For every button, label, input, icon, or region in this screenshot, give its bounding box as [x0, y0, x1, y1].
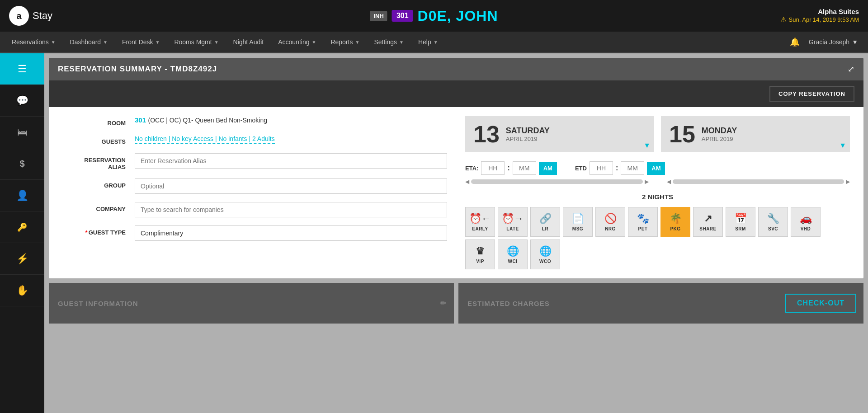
chevron-down-icon: ▼ [214, 40, 219, 45]
dollar-icon: $ [19, 159, 24, 169]
bell-icon[interactable]: 🔔 [786, 37, 803, 47]
icon-btn-lr[interactable]: 🔗LR [530, 207, 560, 237]
icon-btn-wco[interactable]: 🌐WCO [530, 239, 560, 269]
expand-icon[interactable]: ⤢ [848, 64, 854, 74]
etd-scroll-right[interactable]: ▶ [846, 178, 850, 185]
guests-row: GUESTS No children | No key Access | No … [62, 135, 447, 145]
sidebar-item-menu[interactable]: ☰ [0, 53, 44, 85]
icon-btn-msg[interactable]: 📄MSG [563, 207, 593, 237]
nav-settings[interactable]: Settings ▼ [367, 31, 411, 53]
eta-mm-input[interactable] [513, 161, 536, 175]
badge-inh: INH [370, 11, 387, 21]
badge-room[interactable]: 301 [392, 10, 413, 22]
group-input[interactable] [135, 178, 447, 194]
alias-input[interactable] [135, 153, 447, 169]
etd-colon: : [616, 164, 618, 172]
edit-icon[interactable]: ✏ [440, 299, 447, 308]
datetime-text: Sun, Apr 14, 2019 9:53 AM [789, 16, 859, 23]
nav-help[interactable]: Help ▼ [411, 31, 445, 53]
nav-accounting[interactable]: Accounting ▼ [271, 31, 323, 53]
nav-reports[interactable]: Reports ▼ [323, 31, 367, 53]
icon-btn-srm[interactable]: 📅SRM [726, 207, 755, 237]
checkin-date-arrow[interactable]: ▼ [643, 141, 651, 150]
bottom-section: GUEST INFORMATION ✏ ESTIMATED CHARGES CH… [49, 283, 863, 324]
checkin-month-year: APRIL 2019 [506, 136, 550, 142]
copy-reservation-button[interactable]: COPY RESERVATION [769, 86, 854, 102]
eta-scroll-left[interactable]: ◀ [465, 178, 469, 185]
checkout-button[interactable]: CHECK-OUT [785, 294, 856, 313]
nav-dashboard[interactable]: Dashboard ▼ [63, 31, 115, 53]
icon-symbol-pkg: 🌴 [670, 213, 682, 225]
alias-value [135, 153, 447, 169]
icon-symbol-vhd: 🚗 [800, 213, 812, 225]
room-number-link[interactable]: 301 [135, 116, 146, 124]
checkout-date-card: 15 MONDAY APRIL 2019 ▼ [661, 116, 850, 152]
icon-label-early: EARLY [472, 226, 488, 231]
guesttype-input[interactable] [135, 225, 447, 241]
eta-scroll-track[interactable] [471, 179, 643, 184]
icon-btn-pkg[interactable]: 🌴PKG [660, 207, 690, 237]
checkin-date-info: SATURDAY APRIL 2019 [506, 126, 550, 142]
company-input[interactable] [135, 202, 447, 217]
guesttype-row: GUEST TYPE [62, 225, 447, 241]
etd-ampm-button[interactable]: AM [647, 162, 665, 175]
hotel-datetime: ⚠ Sun, Apr 14, 2019 9:53 AM [780, 15, 859, 24]
chevron-down-icon: ▼ [434, 40, 438, 45]
menu-icon: ☰ [18, 63, 27, 75]
icon-symbol-pet: 🐾 [637, 213, 649, 225]
sidebar-item-rooms[interactable]: 🛏 [0, 117, 44, 148]
nav-frontdesk[interactable]: Front Desk ▼ [115, 31, 167, 53]
etd-mm-input[interactable] [621, 161, 644, 175]
icon-label-nrg: NRG [605, 226, 616, 231]
icon-btn-vhd[interactable]: 🚗VHD [791, 207, 821, 237]
etd-scrollbar: ◀ ▶ [667, 178, 850, 185]
room-row: ROOM 301 (OCC | OC) Q1- Queen Bed Non-Sm… [62, 116, 447, 127]
etd-scroll-track[interactable] [673, 179, 844, 184]
card-header: RESERVATION SUMMARY - TMD8Z492J ⤢ [49, 58, 863, 80]
chevron-down-icon: ▼ [51, 40, 56, 45]
chevron-down-icon: ▼ [355, 40, 359, 45]
etd-group: ETD : AM [575, 161, 665, 175]
icon-btn-pet[interactable]: 🐾PET [628, 207, 658, 237]
icon-symbol-srm: 📅 [735, 213, 747, 225]
logo-text: Stay [33, 10, 52, 22]
room-status: (OCC | OC) Q1- Queen Bed Non-Smoking [148, 117, 267, 124]
icon-btn-vip[interactable]: ♛VIP [465, 239, 495, 269]
nights-label: 2 NIGHTS [465, 193, 850, 201]
icon-btn-late[interactable]: ⏰→LATE [498, 207, 528, 237]
icon-btn-share[interactable]: ↗SHARE [693, 207, 723, 237]
icon-label-msg: MSG [572, 226, 583, 231]
etd-scroll-left[interactable]: ◀ [667, 178, 671, 185]
sidebar-item-billing[interactable]: $ [0, 148, 44, 180]
sidebar-item-keys[interactable]: 🔑 [0, 211, 44, 243]
guests-link[interactable]: No children | No key Access | No infants… [135, 135, 275, 144]
main-content: ☰ 💬 🛏 $ 👤 🔑 ⚡ ✋ RESERVATION SUMMARY - TM… [0, 53, 868, 413]
checkout-action: CHECK-OUT [785, 294, 856, 313]
checkout-date-arrow[interactable]: ▼ [839, 141, 846, 150]
top-bar: a Stay INH 301 D0E, JOHN Alpha Suites ⚠ … [0, 0, 868, 32]
alias-label: RESERVATIONALIAS [62, 153, 126, 170]
nav-reservations[interactable]: Reservations ▼ [5, 31, 63, 53]
key-icon: 🔑 [17, 222, 27, 232]
checkout-day-name: MONDAY [702, 126, 737, 136]
etd-hh-input[interactable] [590, 161, 613, 175]
group-row: GROUP [62, 178, 447, 194]
nav-nightaudit[interactable]: Night Audit [226, 31, 271, 53]
icon-btn-early[interactable]: ⏰←EARLY [465, 207, 495, 237]
icon-label-wco: WCO [539, 259, 551, 264]
icon-btn-wci[interactable]: 🌐WCI [498, 239, 528, 269]
nav-user[interactable]: Gracia Joseph ▼ [803, 31, 863, 53]
sidebar-item-messages[interactable]: 💬 [0, 85, 44, 117]
sidebar-item-hold[interactable]: ✋ [0, 275, 44, 306]
eta-scroll-right[interactable]: ▶ [645, 178, 649, 185]
eta-hh-input[interactable] [481, 161, 505, 175]
sidebar-item-alerts[interactable]: ⚡ [0, 243, 44, 275]
sidebar-item-guest[interactable]: 👤 [0, 180, 44, 211]
nav-roomsmgmt[interactable]: Rooms Mgmt ▼ [167, 31, 226, 53]
group-label: GROUP [62, 178, 126, 189]
icon-symbol-wco: 🌐 [539, 245, 552, 257]
eta-ampm-button[interactable]: AM [539, 162, 557, 175]
icon-btn-nrg[interactable]: 🚫NRG [595, 207, 625, 237]
card-subheader: COPY RESERVATION [49, 80, 863, 107]
icon-btn-svc[interactable]: 🔧SVC [758, 207, 788, 237]
